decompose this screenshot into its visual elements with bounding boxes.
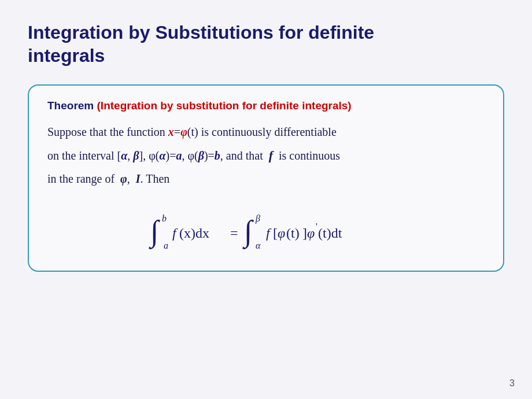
svg-text:f: f [266,226,272,241]
body-line1: Suppose that the function x=φ(t) is cont… [47,122,485,142]
theorem-header: Theorem (Integration by substitution for… [47,98,485,114]
theorem-word: Theorem [47,99,94,112]
svg-text:=: = [230,226,238,241]
theorem-body: Suppose that the function x=φ(t) is cont… [47,122,485,255]
svg-text:b: b [162,213,167,223]
svg-text:]: ] [302,226,307,241]
svg-text:φ: φ [307,226,315,241]
page-number: 3 [509,378,515,389]
svg-text:[: [ [273,226,278,241]
svg-text:f: f [172,226,178,241]
slide: Integration by Substitutions for definit… [0,0,532,399]
title-line1: Integration by Substitutions for definit… [28,22,374,43]
svg-text:a: a [164,241,168,250]
svg-text:φ: φ [278,226,285,241]
integral-sign-left: ∫ [149,215,160,249]
formula-container: ∫ b a f (x)dx = ∫ β α [47,201,485,254]
svg-text:α: α [256,241,261,250]
svg-text:(t)dt: (t)dt [318,226,342,241]
svg-text:β: β [255,213,260,224]
theorem-box: Theorem (Integration by substitution for… [28,84,504,272]
body-line2: on the interval [α, β], φ(α)=a, φ(β)=b, … [47,145,485,167]
main-title: Integration by Substitutions for definit… [28,21,504,67]
theorem-title: (Integration by substitution for definit… [97,99,352,112]
svg-text:': ' [316,221,317,231]
formula-svg: ∫ b a f (x)dx = ∫ β α [145,211,387,254]
body-line3: in the range of φ, I. Then [47,169,485,189]
svg-text:∫: ∫ [242,215,254,249]
svg-text:(x)dx: (x)dx [179,226,209,241]
title-line2: integrals [28,45,105,66]
svg-text:(t): (t) [286,226,300,241]
